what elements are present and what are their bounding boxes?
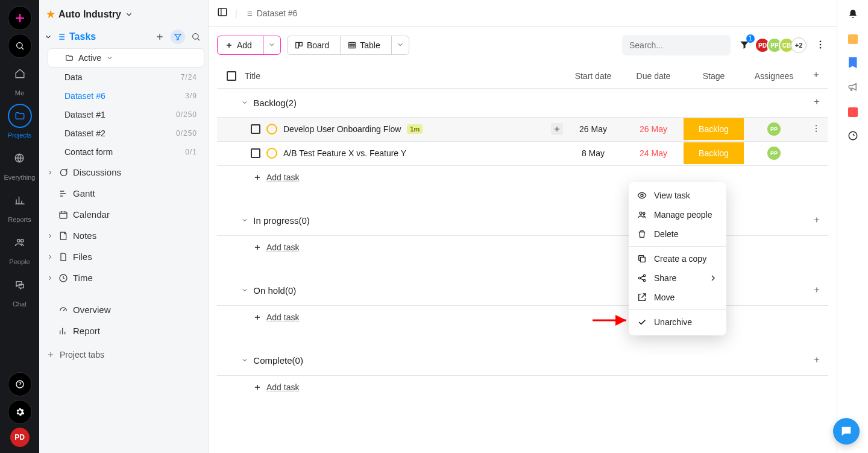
menu-share[interactable]: Share: [629, 268, 726, 288]
sidebar-item-tasklist[interactable]: Dataset #63/9: [48, 87, 204, 105]
add-dropdown-button[interactable]: [263, 36, 280, 54]
menu-unarchive[interactable]: Unarchive: [629, 312, 726, 332]
group-row[interactable]: Backlog(2): [217, 88, 828, 117]
add-task-label: Add task: [266, 312, 299, 322]
cell-assignees[interactable]: PP: [744, 117, 804, 141]
column-start-date[interactable]: Start date: [563, 64, 623, 88]
rail-nav-people[interactable]: People: [8, 230, 32, 265]
add-column-button[interactable]: [804, 64, 828, 88]
rail-nav-projects[interactable]: Projects: [8, 104, 32, 139]
notes-button[interactable]: [848, 34, 858, 44]
add-task-row[interactable]: Add task: [217, 305, 828, 329]
star-icon: ★: [46, 8, 55, 20]
column-stage[interactable]: Stage: [684, 64, 744, 88]
more-options-button[interactable]: [813, 37, 828, 54]
search-button[interactable]: [8, 34, 32, 58]
settings-button[interactable]: [8, 400, 32, 424]
chat-fab[interactable]: [833, 418, 860, 445]
menu-create-copy[interactable]: Create a copy: [629, 249, 726, 268]
sidebar-item-tasklist[interactable]: Dataset #20/250: [48, 124, 204, 142]
add-task-in-group-button[interactable]: [813, 215, 821, 226]
column-due-date[interactable]: Due date: [623, 64, 684, 88]
quick-add-button[interactable]: [8, 6, 32, 30]
user-avatar[interactable]: PD: [10, 428, 30, 447]
group-row[interactable]: Complete(0): [217, 346, 828, 375]
menu-manage-people[interactable]: Manage people: [629, 205, 726, 224]
cell-start-date[interactable]: 26 May: [563, 117, 623, 141]
add-task-in-group-button[interactable]: [813, 285, 821, 296]
sidebar-toggle-button[interactable]: [217, 7, 228, 19]
add-task-row[interactable]: Add task: [217, 375, 828, 399]
help-button[interactable]: [8, 372, 32, 396]
nav-overview[interactable]: Overview: [39, 299, 208, 320]
folder-icon: [65, 54, 74, 62]
row-more-button[interactable]: [811, 125, 821, 135]
bookmarks-button[interactable]: [849, 57, 857, 68]
nav-discussions[interactable]: Discussions: [39, 162, 208, 183]
rail-nav-chat[interactable]: Chat: [8, 273, 32, 308]
menu-move[interactable]: Move: [629, 288, 726, 307]
cell-stage[interactable]: Backlog: [684, 117, 744, 141]
rail-nav-everything[interactable]: Everything: [4, 146, 36, 181]
add-task-in-group-button[interactable]: [813, 98, 821, 108]
sidebar-item-tasklist[interactable]: Dataset #10/250: [48, 106, 204, 124]
announcements-button[interactable]: [848, 81, 858, 94]
rail-nav-reports[interactable]: Reports: [8, 188, 32, 223]
search-input[interactable]: [622, 35, 731, 55]
folder-label: Active: [78, 53, 101, 63]
calendar-button[interactable]: [848, 107, 858, 117]
notifications-button[interactable]: [848, 8, 858, 21]
nav-notes[interactable]: Notes: [39, 225, 208, 246]
rail-nav-me[interactable]: Me: [8, 62, 32, 97]
task-row[interactable]: Develop User Onboarding Flow1m26 May26 M…: [217, 117, 828, 141]
active-folder[interactable]: Active: [48, 48, 204, 68]
breadcrumb[interactable]: Dataset #6: [245, 8, 298, 18]
share-icon: [637, 273, 647, 283]
project-tabs-button[interactable]: Project tabs: [39, 341, 208, 368]
search-lists-button[interactable]: [189, 30, 203, 44]
column-assignees[interactable]: Assignees: [744, 64, 804, 88]
nav-calendar[interactable]: Calendar: [39, 204, 208, 225]
cell-start-date[interactable]: 8 May: [563, 141, 623, 165]
select-all-checkbox[interactable]: [227, 71, 236, 81]
nav-time[interactable]: Time: [39, 267, 208, 288]
group-row[interactable]: In progress(0): [217, 206, 828, 235]
add-task-row[interactable]: Add task: [217, 235, 828, 259]
group-row[interactable]: On hold(0): [217, 276, 828, 305]
add-task-in-group-button[interactable]: [813, 355, 821, 366]
timer-button[interactable]: [848, 130, 858, 143]
menu-delete[interactable]: Delete: [629, 224, 726, 244]
cell-due-date[interactable]: 24 May: [623, 141, 684, 165]
filter-button[interactable]: 1: [737, 37, 752, 54]
task-checkbox[interactable]: [251, 124, 260, 134]
filter-lists-button[interactable]: [171, 30, 185, 44]
table-view-button[interactable]: Table: [340, 36, 387, 54]
project-switcher[interactable]: ★ Auto Industry: [39, 0, 208, 26]
add-task-row[interactable]: Add task: [217, 165, 828, 189]
menu-view-task[interactable]: View task: [629, 186, 726, 205]
task-checkbox[interactable]: [251, 148, 260, 158]
nav-report[interactable]: Report: [39, 320, 208, 341]
nav-gantt[interactable]: Gantt: [39, 183, 208, 204]
sidebar-item-tasklist[interactable]: Contact form0/1: [48, 143, 204, 161]
add-button[interactable]: Add: [217, 36, 281, 55]
rail-label: Reports: [8, 216, 31, 223]
row-add-button[interactable]: [551, 123, 563, 135]
nav-files[interactable]: Files: [39, 246, 208, 267]
svg-point-18: [641, 194, 643, 197]
add-list-button[interactable]: [153, 30, 167, 44]
tasks-section-header[interactable]: Tasks: [39, 26, 208, 48]
view-dropdown-button[interactable]: [391, 36, 409, 54]
assignee-filter-avatars[interactable]: PD PP CB +2: [758, 37, 807, 53]
status-circle-icon[interactable]: [266, 148, 277, 159]
board-view-button[interactable]: Board: [288, 36, 336, 54]
cell-due-date[interactable]: 26 May: [623, 117, 684, 141]
left-rail: Me Projects Everything Reports People Ch…: [0, 0, 39, 453]
gantt-icon: [58, 189, 68, 198]
task-row[interactable]: A/B Test Feature X vs. Feature Y8 May24 …: [217, 141, 828, 165]
sidebar-item-tasklist[interactable]: Data7/24: [48, 68, 204, 86]
task-context-menu: View task Manage people Delete Create a …: [629, 182, 726, 335]
status-circle-icon[interactable]: [266, 124, 277, 135]
cell-stage[interactable]: Backlog: [684, 141, 744, 165]
cell-assignees[interactable]: PP: [744, 141, 804, 165]
